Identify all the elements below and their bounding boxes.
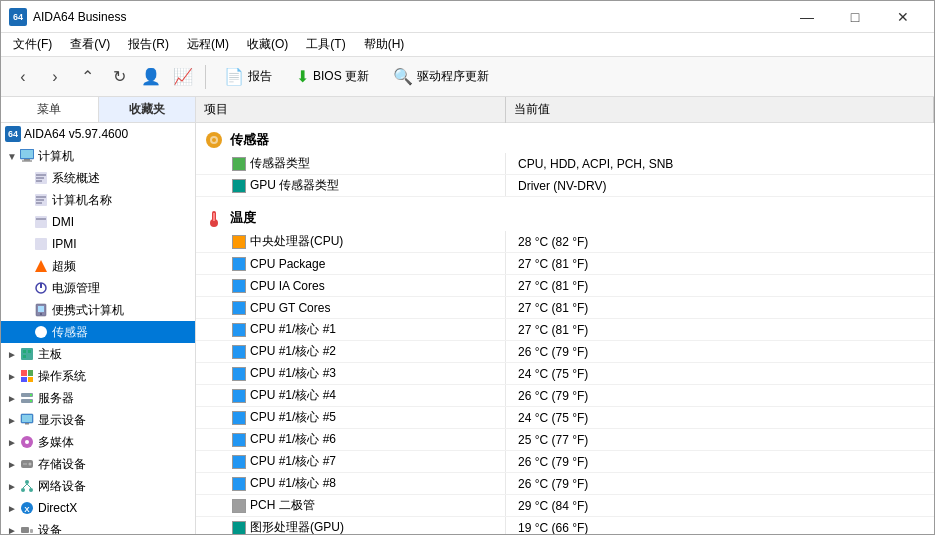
cpu-core3-icon — [232, 367, 246, 381]
power-icon — [33, 280, 49, 296]
row-sensor-type[interactable]: 传感器类型 CPU, HDD, ACPI, PCH, SNB — [196, 153, 934, 175]
row-cpu-core7[interactable]: CPU #1/核心 #7 26 °C (79 °F) — [196, 451, 934, 473]
cpu-core6-label: CPU #1/核心 #6 — [250, 431, 336, 448]
row-cpu-core6[interactable]: CPU #1/核心 #6 25 °C (77 °F) — [196, 429, 934, 451]
item-cpu-core3: CPU #1/核心 #3 — [196, 363, 506, 384]
nav-up-button[interactable]: ⌃ — [73, 63, 101, 91]
sidebar-item-overview[interactable]: 系统概述 — [1, 167, 195, 189]
cpu-core7-icon — [232, 455, 246, 469]
sidebar-network-label: 网络设备 — [38, 478, 86, 495]
cpu-core5-label: CPU #1/核心 #5 — [250, 409, 336, 426]
nav-back-button[interactable]: ‹ — [9, 63, 37, 91]
sidebar-item-storage[interactable]: ► 存储设备 — [1, 453, 195, 475]
sidebar-item-pcname[interactable]: 计算机名称 — [1, 189, 195, 211]
sidebar-item-computer[interactable]: ▼ 计算机 — [1, 145, 195, 167]
bios-update-button[interactable]: ⬇ BIOS 更新 — [286, 63, 379, 90]
content-header: 项目 当前值 — [196, 97, 934, 123]
menu-help[interactable]: 帮助(H) — [356, 34, 413, 56]
sidebar-directx-label: DirectX — [38, 501, 77, 515]
sidebar-item-dmi[interactable]: DMI — [1, 211, 195, 233]
sidebar-item-os[interactable]: ► 操作系统 — [1, 365, 195, 387]
sidebar-item-multimedia[interactable]: ► 多媒体 — [1, 431, 195, 453]
menu-report[interactable]: 报告(R) — [120, 34, 177, 56]
row-cpu-core4[interactable]: CPU #1/核心 #4 26 °C (79 °F) — [196, 385, 934, 407]
expand-icon-motherboard: ► — [5, 349, 19, 360]
report-button[interactable]: 📄 报告 — [214, 63, 282, 90]
row-cpu-core8[interactable]: CPU #1/核心 #8 26 °C (79 °F) — [196, 473, 934, 495]
sidebar-version-item[interactable]: 64 AIDA64 v5.97.4600 — [1, 123, 195, 145]
sidebar-item-motherboard[interactable]: ► 主板 — [1, 343, 195, 365]
cpu-gt-cores-icon — [232, 301, 246, 315]
gpu-label: 图形处理器(GPU) — [250, 519, 344, 534]
nav-refresh-button[interactable]: ↻ — [105, 63, 133, 91]
computer-icon — [19, 148, 35, 164]
sidebar-item-network[interactable]: ► 网络设备 — [1, 475, 195, 497]
cpu-core2-icon — [232, 345, 246, 359]
svg-point-45 — [21, 488, 25, 492]
sidebar-item-devices[interactable]: ► 设备 — [1, 519, 195, 534]
cpu-core1-value: 27 °C (81 °F) — [506, 323, 934, 337]
sidebar-tab-favorites[interactable]: 收藏夹 — [99, 97, 196, 122]
row-pch[interactable]: PCH 二极管 29 °C (84 °F) — [196, 495, 934, 517]
sidebar-tab-menu[interactable]: 菜单 — [1, 97, 99, 122]
svg-rect-37 — [22, 415, 32, 422]
sidebar-item-server[interactable]: ► 服务器 — [1, 387, 195, 409]
cpu-gt-cores-label: CPU GT Cores — [250, 301, 330, 315]
row-cpu-core3[interactable]: CPU #1/核心 #3 24 °C (75 °F) — [196, 363, 934, 385]
toolbar-separator — [205, 65, 206, 89]
app-icon: 64 — [9, 8, 27, 26]
sidebar-overclock-label: 超频 — [52, 258, 76, 275]
menu-favorites[interactable]: 收藏(O) — [239, 34, 296, 56]
cpu-core6-value: 25 °C (77 °F) — [506, 433, 934, 447]
sidebar-item-ipmi[interactable]: IPMI — [1, 233, 195, 255]
pch-value: 29 °C (84 °F) — [506, 499, 934, 513]
sidebar-item-overclock[interactable]: 超频 — [1, 255, 195, 277]
sidebar: 菜单 收藏夹 64 AIDA64 v5.97.4600 ▼ 计算机 — [1, 97, 196, 534]
sensor-type-label: 传感器类型 — [250, 155, 310, 172]
sensors-section-icon — [204, 130, 224, 150]
nav-user-button[interactable]: 👤 — [137, 63, 165, 91]
sidebar-item-power[interactable]: 电源管理 — [1, 277, 195, 299]
close-button[interactable]: ✕ — [880, 1, 926, 33]
row-cpu-core1[interactable]: CPU #1/核心 #1 27 °C (81 °F) — [196, 319, 934, 341]
driver-update-button[interactable]: 🔍 驱动程序更新 — [383, 63, 499, 90]
svg-point-23 — [40, 331, 43, 334]
menu-remote[interactable]: 远程(M) — [179, 34, 237, 56]
row-cpu-ia-cores[interactable]: CPU IA Cores 27 °C (81 °F) — [196, 275, 934, 297]
sidebar-item-sensor[interactable]: 传感器 — [1, 321, 195, 343]
aida-logo: 64 — [5, 126, 21, 142]
row-cpu-gt-cores[interactable]: CPU GT Cores 27 °C (81 °F) — [196, 297, 934, 319]
svg-point-20 — [40, 313, 42, 315]
item-cpu-gt-cores: CPU GT Cores — [196, 297, 506, 318]
minimize-button[interactable]: — — [784, 1, 830, 33]
sidebar-motherboard-label: 主板 — [38, 346, 62, 363]
row-cpu-core5[interactable]: CPU #1/核心 #5 24 °C (75 °F) — [196, 407, 934, 429]
item-pch: PCH 二极管 — [196, 495, 506, 516]
cpu-core7-value: 26 °C (79 °F) — [506, 455, 934, 469]
row-cpu-package[interactable]: CPU Package 27 °C (81 °F) — [196, 253, 934, 275]
row-cpu-temp[interactable]: 中央处理器(CPU) 28 °C (82 °F) — [196, 231, 934, 253]
content-panel: 项目 当前值 传感器 传感器 — [196, 97, 934, 534]
sidebar-multimedia-label: 多媒体 — [38, 434, 74, 451]
row-cpu-core2[interactable]: CPU #1/核心 #2 26 °C (79 °F) — [196, 341, 934, 363]
cpu-core3-label: CPU #1/核心 #3 — [250, 365, 336, 382]
item-cpu-package: CPU Package — [196, 253, 506, 274]
sidebar-item-directx[interactable]: ► X DirectX — [1, 497, 195, 519]
sensor-icon — [33, 324, 49, 340]
cpu-core8-value: 26 °C (79 °F) — [506, 477, 934, 491]
sidebar-ipmi-label: IPMI — [52, 237, 77, 251]
row-gpu[interactable]: 图形处理器(GPU) 19 °C (66 °F) — [196, 517, 934, 534]
nav-forward-button[interactable]: › — [41, 63, 69, 91]
maximize-button[interactable]: □ — [832, 1, 878, 33]
menu-view[interactable]: 查看(V) — [62, 34, 118, 56]
menu-file[interactable]: 文件(F) — [5, 34, 60, 56]
sidebar-item-display[interactable]: ► 显示设备 — [1, 409, 195, 431]
row-gpu-sensor-type[interactable]: GPU 传感器类型 Driver (NV-DRV) — [196, 175, 934, 197]
svg-marker-15 — [35, 260, 47, 272]
menu-tools[interactable]: 工具(T) — [298, 34, 353, 56]
cpu-package-icon — [232, 257, 246, 271]
sidebar-item-portable[interactable]: 便携式计算机 — [1, 299, 195, 321]
svg-rect-52 — [30, 529, 33, 533]
sidebar-pcname-label: 计算机名称 — [52, 192, 112, 209]
nav-chart-button[interactable]: 📈 — [169, 63, 197, 91]
